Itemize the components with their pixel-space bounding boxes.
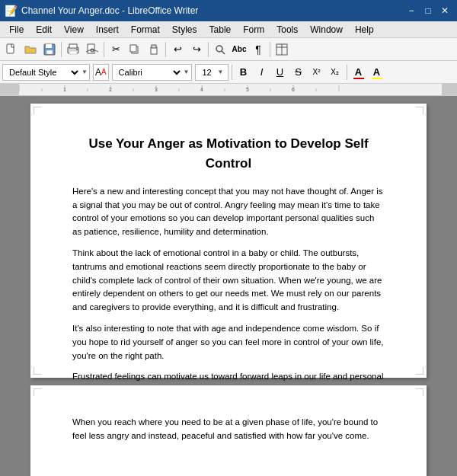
fmt-separator-2 — [347, 65, 347, 80]
spellcheck-button[interactable]: Abc — [230, 40, 248, 59]
page-title: Use Your Anger as Motivation to Develop … — [72, 134, 385, 174]
paste-button[interactable] — [145, 40, 163, 59]
svg-text:1: 1 — [63, 87, 66, 92]
toolbar-separator-1 — [61, 42, 62, 57]
menu-item-file[interactable]: File — [3, 21, 30, 37]
toolbar-separator-2 — [104, 42, 104, 57]
toolbar-separator-5 — [270, 42, 270, 57]
svg-rect-6 — [69, 51, 77, 54]
corner-tl — [34, 107, 41, 114]
svg-rect-2 — [46, 44, 52, 48]
fmt-separator-1 — [232, 65, 232, 80]
open-button[interactable] — [21, 40, 40, 59]
paragraph-style-select[interactable]: Default Style — [5, 64, 81, 81]
paragraph-1: Here's a new and interesting concept tha… — [72, 185, 385, 239]
paragraph-2: Think about the lack of emotional contro… — [72, 247, 385, 315]
strikethrough-button[interactable]: S — [290, 64, 307, 81]
corner-tl-2 — [34, 388, 41, 396]
svg-rect-11 — [130, 45, 136, 52]
svg-line-15 — [222, 51, 225, 54]
menu-item-help[interactable]: Help — [349, 21, 380, 37]
main-toolbar: ✂ ↩ ↪ Abc ¶ — [0, 38, 457, 61]
corner-bl — [34, 367, 41, 375]
toolbar-separator-4 — [208, 42, 209, 57]
page-1: Use Your Anger as Motivation to Develop … — [30, 104, 427, 378]
corner-br — [416, 367, 423, 375]
close-button[interactable]: ✕ — [437, 4, 452, 18]
italic-button[interactable]: I — [254, 64, 270, 81]
menu-bar: FileEditViewInsertFormatStylesTableFormT… — [0, 21, 457, 38]
bold-button[interactable]: B — [235, 64, 252, 81]
new-button[interactable] — [2, 40, 21, 59]
menu-item-view[interactable]: View — [58, 21, 90, 37]
size-dropdown-arrow: ▼ — [218, 69, 224, 75]
svg-point-7 — [76, 49, 78, 50]
corner-tr — [416, 107, 423, 114]
print-preview-button[interactable] — [83, 40, 101, 59]
underline-button[interactable]: U — [272, 64, 289, 81]
font-size-input[interactable] — [197, 64, 217, 81]
svg-text:4: 4 — [200, 87, 203, 92]
menu-item-edit[interactable]: Edit — [30, 21, 58, 37]
highlight-button[interactable]: A — [369, 64, 385, 81]
svg-text:3: 3 — [155, 87, 158, 92]
svg-text:2: 2 — [109, 87, 112, 92]
insert-table-button[interactable] — [273, 40, 291, 59]
redo-button[interactable]: ↪ — [187, 40, 206, 59]
minimize-button[interactable]: − — [404, 4, 419, 18]
page-2: When you reach where you need to be at a… — [30, 385, 427, 476]
save-button[interactable] — [40, 40, 59, 59]
style-dropdown-arrow: ▼ — [81, 69, 88, 75]
maximize-button[interactable]: □ — [420, 4, 436, 18]
menu-item-format[interactable]: Format — [125, 21, 166, 37]
app-icon: 📝 — [5, 5, 17, 17]
menu-item-table[interactable]: Table — [203, 21, 238, 37]
formatting-toolbar: Default Style ▼ A A Calibri Arial Times … — [0, 61, 457, 84]
find-button[interactable] — [211, 40, 229, 59]
svg-point-14 — [216, 46, 222, 52]
menu-item-window[interactable]: Window — [304, 21, 349, 37]
svg-rect-3 — [46, 50, 53, 54]
paragraph-3: It's also interesting to note that with … — [72, 322, 385, 363]
menu-item-insert[interactable]: Insert — [90, 21, 125, 37]
svg-rect-5 — [69, 44, 77, 48]
ruler: 1 2 3 4 5 6 — [0, 84, 457, 96]
svg-text:5: 5 — [246, 87, 249, 92]
svg-rect-0 — [7, 44, 14, 53]
cut-button[interactable]: ✂ — [107, 40, 125, 59]
font-dropdown-arrow: ▼ — [184, 69, 190, 75]
menu-item-tools[interactable]: Tools — [270, 21, 304, 37]
undo-button[interactable]: ↩ — [168, 40, 187, 59]
window-title: Channel Your Anger.doc - LibreOffice Wri… — [21, 5, 198, 16]
paragraph-5: When you reach where you need to be at a… — [72, 416, 385, 443]
document-area[interactable]: Use Your Anger as Motivation to Develop … — [0, 96, 457, 476]
title-bar-controls[interactable]: − □ ✕ — [404, 4, 452, 18]
superscript-button[interactable]: X² — [308, 64, 325, 81]
corner-tr-2 — [416, 388, 423, 396]
subscript-button[interactable]: X₂ — [327, 64, 344, 81]
menu-item-form[interactable]: Form — [237, 21, 270, 37]
print-button[interactable] — [64, 40, 82, 59]
font-select[interactable]: Calibri Arial Times New Roman — [114, 64, 183, 81]
svg-text:6: 6 — [292, 87, 295, 92]
title-bar: 📝 Channel Your Anger.doc - LibreOffice W… — [0, 0, 457, 21]
title-bar-left: 📝 Channel Your Anger.doc - LibreOffice W… — [5, 5, 198, 17]
copy-button[interactable] — [126, 40, 144, 59]
font-color-button[interactable]: A — [350, 64, 367, 81]
toolbar-separator-3 — [165, 42, 166, 57]
svg-rect-13 — [152, 45, 156, 48]
formatting-marks-button[interactable]: ¶ — [249, 40, 267, 59]
menu-item-styles[interactable]: Styles — [166, 21, 203, 37]
